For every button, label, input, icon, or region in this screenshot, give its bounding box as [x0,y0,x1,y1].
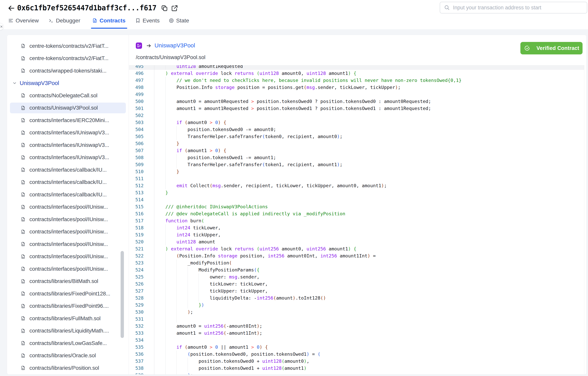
external-link-icon[interactable] [171,5,178,12]
code-line[interactable]: 504position.tokensOwed0 -= amount0; [129,126,584,133]
code-line[interactable]: 511 [129,175,584,182]
tab-overview[interactable]: Overview [8,16,39,25]
code-token: owner: [210,274,229,280]
file-tree-item[interactable]: contracts/UniswapV3Pool.sol [7,102,129,114]
code-line[interactable]: 531 [129,316,584,322]
code-token: Collect [188,183,210,188]
code-line[interactable]: 512emit Collect(msg.sender, recipient, t… [129,182,584,189]
code-line[interactable]: 513} [129,189,584,196]
file-tree-item[interactable]: contracts/libraries/BitMath.sol [7,275,129,288]
file-tree-item[interactable]: contracts/interfaces/pool/IUnisw... [7,201,129,213]
code-line[interactable]: 514 [129,196,584,203]
search-input[interactable] [453,5,583,11]
code-line[interactable]: 496) external override lock returns (uin… [129,70,584,77]
file-tree-item[interactable]: contracts/libraries/LowGasSafe... [7,337,129,350]
file-tree-item[interactable]: contracts/libraries/FixedPoint128... [7,288,129,300]
back-button[interactable] [7,4,15,12]
file-tree-item[interactable]: contracts/interfaces/callback/IU... [7,176,129,188]
line-number: 495 [129,65,154,70]
code-line[interactable]: 527tickUpper: tickUpper, [129,288,584,295]
file-tree-group[interactable]: UniswapV3Pool [7,77,129,89]
file-tree-item[interactable]: contracts/interfaces/IUniswapV3... [7,151,129,164]
code-line[interactable]: 530); [129,309,584,316]
contract-name-link[interactable]: UniswapV3Pool [155,42,195,49]
code-line-content: int24 tickUpper, [154,231,584,238]
code-line[interactable]: 507if (amount1 > 0) { [129,147,584,154]
code-line[interactable]: 505TransferHelper.safeTransfer(token0, r… [129,133,584,140]
tab-events[interactable]: Events [135,16,159,25]
code-line[interactable]: 509TransferHelper.safeTransfer(token1, r… [129,161,584,168]
indent-guide [177,259,177,266]
line-number: 516 [129,210,154,217]
code-token: uint256 [204,330,223,336]
code-line[interactable]: 534 [129,337,584,344]
file-tree-item[interactable]: centre-tokens/contracts/v2/FiatT... [7,40,129,52]
code-line[interactable]: 497// we don't need to checkTicks here, … [129,77,584,84]
file-tree-item[interactable]: contracts/libraries/FixedPoint96.... [7,300,129,312]
file-tree-item[interactable]: contracts/wrapped-tokens/staki... [7,65,129,77]
file-tree-item[interactable]: contracts/interfaces/pool/IUnisw... [7,213,129,226]
verified-contract-badge[interactable]: Verified Contract [520,42,583,55]
file-tree-item[interactable]: contracts/interfaces/pool/IUnisw... [7,238,129,250]
file-tree-item[interactable]: contracts/interfaces/IERC20Mini... [7,114,129,127]
file-tree-item[interactable]: contracts/interfaces/pool/IUnisw... [7,250,129,263]
file-icon [21,205,26,210]
code-line[interactable]: 524ModifyPositionParams({ [129,266,584,273]
code-line[interactable]: 529}) [129,301,584,309]
code-line-content: if (amount0 > 0) { [154,119,584,126]
copy-icon[interactable] [161,5,168,12]
code-line[interactable]: 499 [129,91,584,98]
tab-debugger[interactable]: Debugger [49,16,80,25]
file-tree-item[interactable]: contracts/libraries/Oracle.sol [7,350,129,362]
file-tree-item[interactable]: contracts/interfaces/callback/IU... [7,188,129,201]
file-tree-item[interactable]: contracts/interfaces/callback/IU... [7,164,129,176]
code-line[interactable]: 519int24 tickUpper, [129,231,584,238]
code-line[interactable]: 538position.tokensOwed1 + uint128(amount… [129,365,584,372]
code-token: { [354,246,356,252]
code-line[interactable]: 533amount1 = uint256(-amount1Int); [129,330,584,337]
code-line[interactable]: 516/// @dev noDelegateCall is applied in… [129,210,584,217]
file-tree-scrollbar[interactable] [121,251,124,338]
code-token: uint256 [306,246,326,252]
code-line[interactable]: 521) external override lock returns (uin… [129,245,584,252]
code-line[interactable]: 508position.tokensOwed1 -= amount1; [129,154,584,161]
code-line[interactable]: 495uint128 amount1Requested [129,65,584,70]
file-tree-item[interactable]: contracts/interfaces/pool/IUnisw... [7,226,129,238]
file-tree-item[interactable]: contracts/libraries/FullMath.sol [7,312,129,325]
code-token: ) [348,71,351,76]
file-tree-item[interactable]: contracts/libraries/Position.sol [7,362,129,374]
code-line[interactable]: 501amount1 = amount1Requested > position… [129,105,584,112]
code-line[interactable]: 526tickLower: tickLower, [129,280,584,288]
file-tree-item[interactable]: contracts/libraries/LiquidityMath.... [7,325,129,337]
tab-state[interactable]: State [169,16,189,25]
code-line[interactable]: 535if (amount0 > 0 || amount1 > 0) { [129,344,584,351]
contracts-panel: centre-tokens/contracts/v2/FiatT...centr… [7,35,587,375]
code-line[interactable]: 525owner: msg.sender, [129,273,584,280]
code-line[interactable]: 506} [129,140,584,147]
file-tree-item[interactable]: centre-tokens/contracts/v2/FiatT... [7,52,129,65]
code-line[interactable]: 537position.tokensOwed0 + uint128(amount… [129,358,584,365]
file-tree-item[interactable]: contracts/interfaces/pool/IUnisw... [7,263,129,275]
indent-guide [165,77,166,84]
code-line[interactable]: 536(position.tokensOwed0, position.token… [129,351,584,358]
code-line[interactable]: 515/// @inheritdoc IUniswapV3PoolActions [129,203,584,210]
code-line[interactable]: 518int24 tickLower, [129,224,584,231]
code-line[interactable]: 510} [129,168,584,175]
file-tree-item[interactable]: contracts/interfaces/IUniswapV3... [7,139,129,151]
code-line[interactable]: 523_modifyPosition( [129,259,584,266]
code-line[interactable]: 502 [129,112,584,119]
code-line[interactable]: 500amount0 = amount0Requested > position… [129,98,584,105]
code-line[interactable]: 517function burn( [129,217,584,224]
file-tree-item[interactable]: contracts/NoDelegateCall.sol [7,89,129,102]
code-line[interactable]: 528liquidityDelta: -int256(amount).toInt… [129,295,584,301]
code-line[interactable]: 539); [129,372,584,375]
code-line[interactable]: 522(Position.Info storage position, int2… [129,252,584,259]
code-line[interactable]: 503if (amount0 > 0) { [129,119,584,126]
code-line[interactable]: 498Position.Info storage position = posi… [129,84,584,91]
code-line[interactable]: 532amount0 = uint256(-amount0Int); [129,322,584,330]
code-line[interactable]: 520uint128 amount [129,238,584,245]
code-line-content: }) [154,301,584,309]
code-line-content: /// @dev noDelegateCall is applied indir… [154,210,584,217]
file-tree-item[interactable]: contracts/interfaces/IUniswapV3... [7,127,129,139]
tab-contracts[interactable]: Contracts [92,16,126,25]
